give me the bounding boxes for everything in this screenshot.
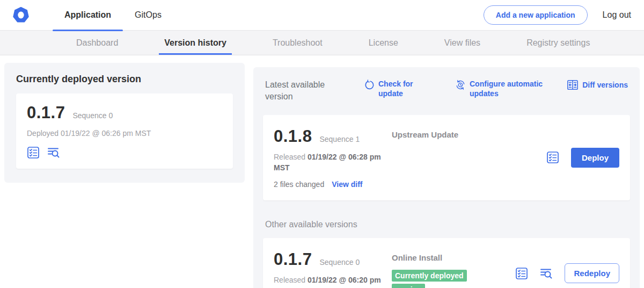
configure-automatic-updates-link[interactable]: Configure automatic updates (455, 79, 555, 98)
available-versions-panel: Latest available version Check for updat… (253, 67, 640, 288)
other-version-number: 0.1.7 (274, 250, 312, 269)
files-changed-label: 2 files changed (274, 180, 324, 189)
deployed-date-prefix: Deployed (27, 129, 58, 138)
subnav-troubleshoot-label: Troubleshoot (273, 38, 323, 48)
currently-deployed-panel: Currently deployed version 0.1.7 Sequenc… (4, 63, 245, 183)
latest-version-card: 0.1.8 Sequence 1 Released 01/19/22 @ 06:… (263, 115, 630, 200)
subnav-item-version-history[interactable]: Version history (157, 31, 234, 55)
redeploy-button[interactable]: Redeploy (565, 263, 619, 283)
checklist-icon[interactable] (27, 146, 40, 159)
file-search-icon[interactable] (47, 146, 60, 159)
currently-deployed-title: Currently deployed version (16, 74, 233, 85)
currently-deployed-badge: Currently deployed version (392, 270, 467, 288)
other-released-prefix: Released (274, 276, 305, 284)
latest-sequence: Sequence 1 (319, 135, 360, 143)
diff-versions-link[interactable]: Diff versions (567, 79, 628, 91)
checklist-icon[interactable] (546, 151, 559, 164)
app-logo-icon (13, 7, 29, 23)
subnav-item-dashboard[interactable]: Dashboard (69, 31, 126, 55)
diff-versions-label: Diff versions (582, 80, 628, 90)
subnav-item-registry-settings[interactable]: Registry settings (519, 31, 597, 55)
add-application-button[interactable]: Add a new application (484, 5, 588, 25)
schedule-update-icon (455, 80, 466, 90)
check-for-update-link[interactable]: Check for update (364, 79, 426, 98)
check-for-update-label: Check for update (378, 79, 426, 98)
top-nav: Application GitOps Add a new application… (0, 0, 644, 31)
configure-automatic-updates-label: Configure automatic updates (470, 79, 555, 98)
latest-released-prefix: Released (274, 153, 305, 161)
tab-application-label: Application (64, 10, 111, 20)
deployed-date-value: 01/19/22 @ 06:26 pm MST (61, 129, 151, 138)
subnav-license-label: License (369, 38, 398, 48)
deployed-sequence: Sequence 0 (72, 111, 113, 120)
subnav-version-history-label: Version history (164, 38, 226, 48)
other-available-versions-heading: Other available versions (265, 220, 628, 229)
deployed-version-number: 0.1.7 (27, 103, 65, 123)
tab-gitops[interactable]: GitOps (123, 0, 173, 30)
deployed-date: Deployed 01/19/22 @ 06:26 pm MST (27, 128, 222, 139)
other-released-date: Released 01/19/22 @ 06:20 pm MST (274, 275, 381, 288)
latest-available-title: Latest available version (265, 79, 334, 102)
deployed-version-card: 0.1.7 Sequence 0 Deployed 01/19/22 @ 06:… (16, 93, 233, 169)
file-search-icon[interactable] (540, 267, 553, 280)
subnav-item-license[interactable]: License (361, 31, 406, 55)
deploy-button[interactable]: Deploy (571, 148, 619, 168)
latest-released-date: Released 01/19/22 @ 06:28 pm MST (274, 152, 381, 174)
tab-gitops-label: GitOps (135, 10, 162, 20)
refresh-icon (364, 80, 375, 90)
latest-source-label: Upstream Update (392, 130, 458, 139)
logout-link[interactable]: Log out (603, 10, 631, 20)
other-sequence: Sequence 0 (319, 258, 360, 267)
subnav-item-view-files[interactable]: View files (437, 31, 488, 55)
subnav-registry-settings-label: Registry settings (526, 38, 590, 48)
other-version-card: 0.1.7 Sequence 0 Released 01/19/22 @ 06:… (263, 238, 630, 288)
subnav-dashboard-label: Dashboard (76, 38, 118, 48)
diff-versions-icon (567, 79, 579, 91)
app-sub-nav: Dashboard Version history Troubleshoot L… (0, 31, 644, 55)
app-logo[interactable] (13, 0, 29, 30)
subnav-item-troubleshoot[interactable]: Troubleshoot (265, 31, 330, 55)
tab-application[interactable]: Application (53, 0, 123, 30)
checklist-icon[interactable] (515, 267, 528, 280)
latest-version-number: 0.1.8 (274, 127, 312, 146)
subnav-view-files-label: View files (444, 38, 480, 48)
other-source-label: Online Install (392, 253, 442, 262)
view-diff-link[interactable]: View diff (332, 180, 362, 189)
